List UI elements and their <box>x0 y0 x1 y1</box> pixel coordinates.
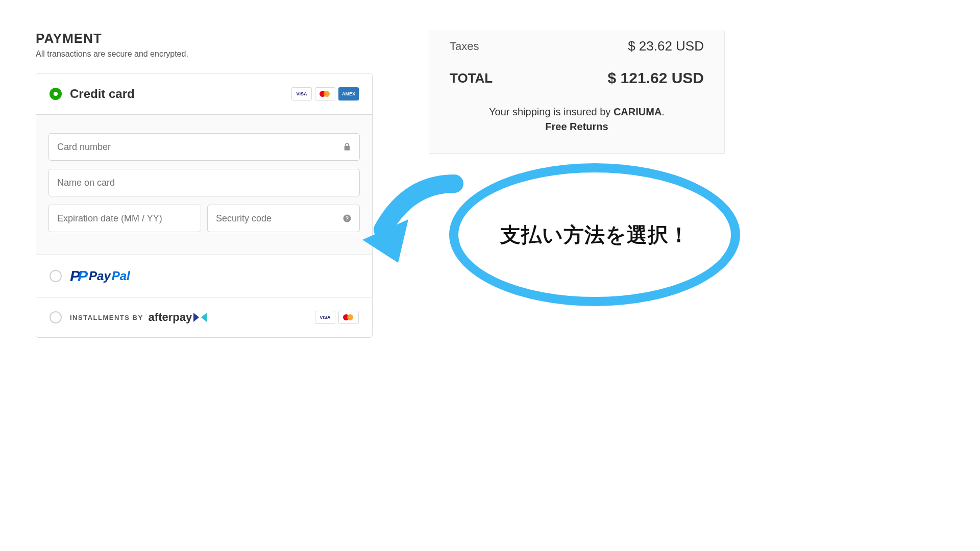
security-code-input[interactable] <box>207 205 360 232</box>
payment-title: PAYMENT <box>36 31 373 46</box>
card-number-field-wrap <box>48 133 360 161</box>
annotation-callout: 支払い方法を選択！ <box>368 163 725 316</box>
shipping-brand: CARIUMA <box>614 106 662 117</box>
payment-subtitle: All transactions are secure and encrypte… <box>36 49 373 59</box>
summary-box: Taxes $ 23.62 USD TOTAL $ 121.62 USD You… <box>429 31 725 154</box>
total-label: TOTAL <box>450 70 493 86</box>
order-summary-section: Taxes $ 23.62 USD TOTAL $ 121.62 USD You… <box>429 31 725 520</box>
afterpay-logo-wrap: INSTALLMENTS BY afterpay <box>70 311 208 324</box>
creditcard-label: Credit card <box>70 87 135 101</box>
security-code-field-wrap: ? <box>207 205 360 232</box>
expiry-input[interactable] <box>48 205 201 232</box>
lock-icon <box>342 142 352 152</box>
card-number-input[interactable] <box>48 133 360 161</box>
payment-methods-box: Credit card VISA AMEX <box>36 73 373 338</box>
payment-option-creditcard[interactable]: Credit card VISA AMEX <box>36 73 372 114</box>
callout-bubble: 支払い方法を選択！ <box>449 163 740 306</box>
amex-icon: AMEX <box>338 87 359 101</box>
total-value: $ 121.62 USD <box>608 69 704 87</box>
expiry-field-wrap <box>48 205 201 232</box>
payment-section: PAYMENT All transactions are secure and … <box>36 31 373 520</box>
taxes-row: Taxes $ 23.62 USD <box>450 31 704 61</box>
taxes-label: Taxes <box>450 40 479 53</box>
callout-text: 支払い方法を選択！ <box>500 221 690 249</box>
afterpay-logo: afterpay <box>149 311 208 324</box>
name-on-card-field-wrap <box>48 169 360 196</box>
radio-creditcard[interactable] <box>50 88 62 100</box>
total-row: TOTAL $ 121.62 USD <box>450 61 704 94</box>
mastercard-icon <box>338 311 359 324</box>
installments-label: INSTALLMENTS BY <box>70 314 143 321</box>
creditcard-fields: ? <box>36 114 372 255</box>
paypal-logo: PP PayPal <box>70 268 130 284</box>
help-icon[interactable]: ? <box>342 214 352 223</box>
mastercard-icon <box>315 87 335 101</box>
radio-afterpay[interactable] <box>50 311 62 323</box>
visa-icon: VISA <box>315 311 335 324</box>
visa-icon: VISA <box>291 87 312 101</box>
radio-paypal[interactable] <box>50 270 62 282</box>
creditcard-accepted-icons: VISA AMEX <box>291 87 359 101</box>
svg-text:?: ? <box>346 215 349 221</box>
payment-option-paypal[interactable]: PP PayPal <box>36 255 372 297</box>
shipping-note: Your shipping is insured by CARIUMA. <box>450 106 704 118</box>
afterpay-accepted-icons: VISA <box>315 311 359 324</box>
afterpay-mark-icon <box>193 312 208 323</box>
payment-option-afterpay[interactable]: INSTALLMENTS BY afterpay VISA <box>36 297 372 337</box>
free-returns-label: Free Returns <box>450 121 704 133</box>
name-on-card-input[interactable] <box>48 169 360 196</box>
taxes-value: $ 23.62 USD <box>628 38 704 54</box>
